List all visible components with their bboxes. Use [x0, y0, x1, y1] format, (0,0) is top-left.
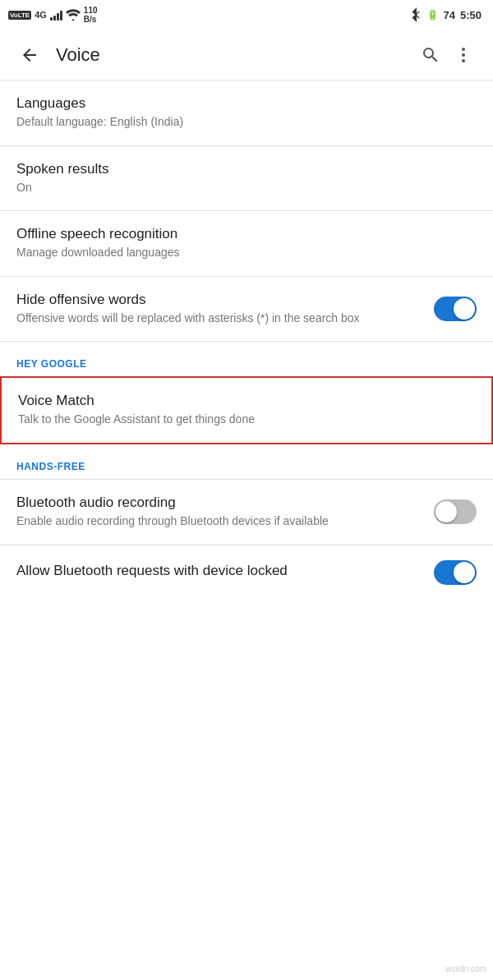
settings-item-offline-speech[interactable]: Offline speech recognition Manage downlo…	[0, 211, 493, 277]
status-right: 🔋 74 5:50	[412, 7, 482, 22]
settings-item-title: Hide offensive words	[16, 292, 421, 308]
settings-item-bluetooth-requests[interactable]: Allow Bluetooth requests with device loc…	[0, 545, 493, 600]
settings-item-title: Bluetooth audio recording	[16, 495, 421, 511]
bluetooth-audio-toggle[interactable]	[434, 499, 477, 524]
section-header-hey-google: HEY GOOGLE	[0, 342, 493, 376]
search-icon	[421, 45, 440, 65]
settings-item-spoken-results[interactable]: Spoken results On	[0, 146, 493, 212]
settings-item-title: Voice Match	[18, 393, 475, 409]
settings-item-voice-match[interactable]: Voice Match Talk to the Google Assistant…	[0, 376, 493, 444]
svg-point-1	[462, 53, 465, 57]
more-vert-icon	[454, 45, 473, 65]
settings-item-title: Languages	[16, 95, 477, 112]
settings-item-hide-offensive[interactable]: Hide offensive words Offensive words wil…	[0, 277, 493, 343]
settings-item-title: Offline speech recognition	[16, 226, 477, 242]
settings-item-subtitle: On	[16, 180, 477, 196]
svg-point-2	[462, 59, 465, 62]
settings-item-title: Spoken results	[16, 161, 477, 177]
time-display: 5:50	[460, 9, 481, 21]
watermark: wsxdn.com	[445, 964, 486, 973]
signal-bars-icon	[50, 9, 62, 21]
settings-item-bluetooth-audio[interactable]: Bluetooth audio recording Enable audio r…	[0, 480, 493, 545]
more-options-button[interactable]	[447, 39, 480, 71]
settings-item-content: Languages Default language: English (Ind…	[16, 95, 477, 131]
toggle-thumb	[454, 298, 475, 320]
settings-item-languages[interactable]: Languages Default language: English (Ind…	[0, 81, 493, 146]
status-left: VoLTE 4G 110B/s	[8, 6, 98, 24]
volte-badge: VoLTE	[8, 11, 31, 20]
settings-item-content: Offline speech recognition Manage downlo…	[16, 226, 477, 261]
settings-item-content: Spoken results On	[16, 161, 477, 196]
page-title: Voice	[56, 44, 414, 66]
battery-icon: 🔋	[426, 9, 439, 21]
search-button[interactable]	[414, 39, 447, 71]
svg-point-0	[462, 48, 465, 51]
section-header-hands-free: HANDS-FREE	[0, 444, 493, 479]
settings-item-content: Voice Match Talk to the Google Assistant…	[18, 393, 475, 428]
bluetooth-requests-toggle[interactable]	[434, 560, 477, 585]
app-bar: Voice	[0, 30, 493, 81]
battery-level: 74	[444, 9, 455, 21]
settings-item-subtitle: Talk to the Google Assistant to get thin…	[18, 412, 475, 428]
settings-item-content: Hide offensive words Offensive words wil…	[16, 292, 421, 327]
settings-item-subtitle: Offensive words will be replaced with as…	[16, 311, 421, 327]
back-button[interactable]	[13, 39, 46, 71]
settings-item-content: Bluetooth audio recording Enable audio r…	[16, 495, 421, 530]
settings-item-subtitle: Enable audio recording through Bluetooth…	[16, 513, 421, 530]
settings-item-content: Allow Bluetooth requests with device loc…	[16, 563, 421, 582]
settings-item-subtitle: Default language: English (India)	[16, 114, 477, 131]
speed-indicator: 110B/s	[84, 6, 98, 24]
settings-item-title: Allow Bluetooth requests with device loc…	[16, 563, 421, 579]
toggle-thumb	[454, 562, 475, 583]
back-arrow-icon	[20, 45, 39, 65]
network-type: 4G	[35, 10, 47, 20]
settings-list: Languages Default language: English (Ind…	[0, 81, 493, 600]
bluetooth-icon	[412, 7, 422, 22]
status-bar: VoLTE 4G 110B/s 🔋 74 5:50	[0, 0, 493, 30]
hide-offensive-toggle[interactable]	[434, 297, 477, 321]
wifi-icon	[66, 9, 81, 21]
settings-item-subtitle: Manage downloaded languages	[16, 245, 477, 261]
